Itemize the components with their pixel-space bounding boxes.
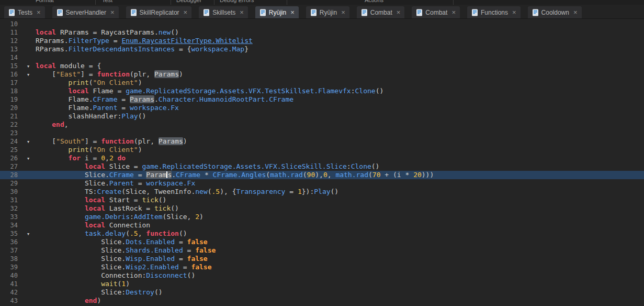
ribbon-group-label: Format [36,0,54,3]
script-icon [203,9,210,16]
tab-serverhandler[interactable]: ServerHandler× [52,6,119,18]
code-line[interactable]: 26▼for i = 0,2 do [0,154,644,162]
close-icon[interactable]: × [573,9,578,16]
code-line[interactable]: 21slashHandler:Play() [0,112,644,121]
code-text: Slice.Shards.Enabled = false [36,246,644,255]
code-line[interactable]: 11local RParams = RaycastParams.new() [0,28,644,37]
code-line[interactable]: 13RParams.FilterDescendantsInstances = {… [0,45,644,53]
code-text: local Slice = game.ReplicatedStorage.Ass… [36,162,644,171]
close-icon[interactable]: × [240,9,244,16]
script-icon [310,9,317,16]
ribbon-group-label: Test [102,0,112,3]
code-text: Flame.CFrame = Params.Character.Humanoid… [36,95,644,104]
code-line[interactable]: 18local Flame = game.ReplicatedStorage.A… [0,87,644,95]
code-line[interactable]: 33game.Debris:AddItem(Slice, 2) [0,213,644,221]
tab-bar[interactable]: Tests×ServerHandler×SkillReplicator×Skil… [0,5,644,19]
code-editor[interactable]: 1011local RParams = RaycastParams.new()1… [0,19,644,306]
line-number: 31 [0,196,18,204]
close-icon[interactable]: × [184,9,188,16]
line-number: 30 [0,188,18,196]
code-line[interactable]: 23 [0,129,644,137]
tab-combat[interactable]: Combat× [412,6,460,18]
code-line[interactable]: 25print("On Client") [0,146,644,154]
code-line[interactable]: 37Slice.Shards.Enabled = false [0,246,644,255]
line-number: 13 [0,45,18,53]
code-line[interactable]: 27local Slice = game.ReplicatedStorage.A… [0,162,644,171]
tab-tests[interactable]: Tests× [4,6,45,18]
code-line[interactable]: 34local Connection [0,221,644,230]
line-number: 40 [0,271,18,280]
tab-skillsets[interactable]: Skillsets× [199,6,248,18]
close-icon[interactable]: × [37,9,41,16]
line-number: 38 [0,255,18,263]
tab-functions[interactable]: Functions× [467,6,521,18]
code-line[interactable]: 16▼["East"] = function(plr, Params) [0,70,644,79]
script-icon [471,9,478,16]
code-line[interactable]: 14 [0,53,644,62]
code-line[interactable]: 12RParams.FilterType = Enum.RaycastFilte… [0,37,644,45]
code-line[interactable]: 10 [0,20,644,28]
ribbon-separator [171,0,171,5]
tab-label: Combat [425,9,447,16]
script-icon [57,9,63,16]
code-text: RParams.FilterDescendantsInstances = {wo… [36,45,644,53]
line-number: 10 [0,20,18,28]
code-text: print("On Client") [36,79,644,87]
fold-arrow-icon[interactable]: ▼ [24,62,32,71]
close-icon[interactable]: × [397,9,401,16]
code-text: local Flame = game.ReplicatedStorage.Ass… [36,87,644,95]
ribbon-separator [95,0,96,5]
script-icon [8,9,15,16]
close-icon[interactable]: × [512,9,516,16]
code-line[interactable]: 42Slice:Destroy() [0,288,644,297]
code-line[interactable]: 40Connection:Disconnect() [0,271,644,280]
fold-arrow-icon[interactable]: ▼ [24,71,32,79]
code-line[interactable]: 32local LastRock = tick() [0,204,644,213]
code-line[interactable]: 39Slice.Wisp2.Enabled = false [0,263,644,271]
fold-arrow-icon[interactable]: ▼ [24,155,32,163]
ribbon-group-label: Debug Errors [220,0,254,3]
line-number: 41 [0,280,18,288]
line-number: 35 [0,230,18,238]
tab-label: ServerHandler [66,9,106,16]
code-line[interactable]: 17print("On Client") [0,79,644,87]
tab-ryūjin[interactable]: Ryūjin× [306,6,349,18]
close-icon[interactable]: × [110,9,115,16]
line-number: 20 [0,104,18,112]
script-icon [130,9,137,16]
tab-ryūjin[interactable]: Ryūjin× [255,6,299,18]
code-line[interactable]: 30TS:Create(Slice, TweenInfo.new(.5), {T… [0,188,644,196]
line-number: 25 [0,146,18,154]
line-number: 32 [0,204,18,213]
code-line[interactable]: 28Slice.CFrame = Params.CFrame * CFrame.… [0,171,644,179]
line-number: 43 [0,297,18,305]
close-icon[interactable]: × [341,9,345,16]
close-icon[interactable]: × [290,9,295,16]
line-number: 16 [0,70,18,79]
code-text: ["South"] = function(plr, Params) [36,137,644,146]
fold-arrow-icon[interactable]: ▼ [24,138,32,146]
fold-arrow-icon[interactable]: ▼ [24,230,32,238]
close-icon[interactable]: × [451,9,456,16]
code-line[interactable]: 36Slice.Dots.Enabled = false [0,238,644,246]
code-line[interactable]: 29Slice.Parent = workspace.Fx [0,179,644,188]
code-line[interactable]: 35▼task.delay(.5, function() [0,230,644,238]
code-line[interactable]: 43end) [0,297,644,305]
code-line[interactable]: 15▼local module = { [0,62,644,70]
code-line[interactable]: 19Flame.CFrame = Params.Character.Humano… [0,95,644,104]
code-text: ["East"] = function(plr, Params) [36,70,644,79]
tab-combat[interactable]: Combat× [357,6,405,18]
ribbon-group-label: Actions [365,0,383,3]
code-line[interactable]: 38Slice.Wisp.Enabled = false [0,255,644,263]
code-line[interactable]: 41wait(1) [0,280,644,288]
tab-cooldown[interactable]: Cooldown× [528,6,582,18]
code-text: Slice.CFrame = Params.CFrame * CFrame.An… [36,171,644,179]
tab-skillreplicator[interactable]: SkillReplicator× [126,6,192,18]
code-line[interactable]: 20Flame.Parent = workspace.Fx [0,104,644,112]
line-number: 39 [0,263,18,271]
code-line[interactable]: 22end, [0,121,644,129]
code-line[interactable]: 24▼["South"] = function(plr, Params) [0,137,644,146]
ribbon-strip: FormatTestDebuggerDebug ErrorsActions [0,0,644,5]
code-text: RParams.FilterType = Enum.RaycastFilterT… [36,37,644,45]
code-line[interactable]: 31local Start = tick() [0,196,644,204]
